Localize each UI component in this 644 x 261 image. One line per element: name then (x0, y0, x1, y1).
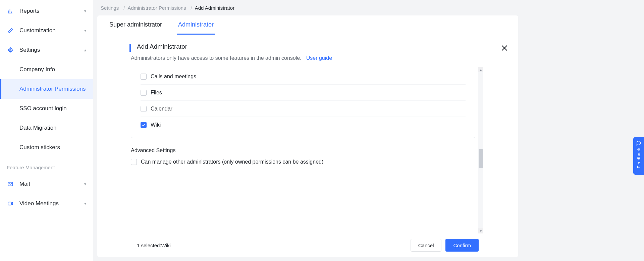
sidebar-sub-label: Company Info (19, 66, 55, 73)
feedback-tab[interactable]: Feedback (633, 137, 644, 175)
accent-bar (129, 44, 131, 52)
feedback-label: Feedback (636, 148, 641, 168)
svg-rect-6 (8, 202, 11, 205)
advanced-can-manage-row[interactable]: Can manage other administrators (only ow… (131, 159, 485, 165)
permission-label: Calendar (151, 106, 172, 112)
sidebar-sub-custom-stickers[interactable]: Custom stickers (0, 138, 93, 157)
sidebar-sub-data-migration[interactable]: Data Migration (0, 118, 93, 138)
content-card: Super administrator Administrator Add Ad… (97, 15, 518, 257)
checkbox-calendar[interactable] (141, 106, 147, 112)
sidebar-sub-label: SSO account login (19, 105, 67, 112)
checkbox-files[interactable] (141, 90, 147, 96)
sidebar-section-label: Feature Management (0, 157, 93, 174)
sidebar-sub-sso[interactable]: SSO account login (0, 99, 93, 118)
bar-chart-icon (7, 7, 14, 15)
mail-icon (7, 180, 14, 188)
panel-subtitle-text: Administrators only have access to some … (131, 55, 302, 61)
gear-icon (7, 46, 14, 54)
scroll-thumb[interactable] (479, 149, 483, 168)
sidebar-label: Settings (19, 47, 40, 53)
advanced-can-manage-label: Can manage other administrators (only ow… (141, 159, 323, 165)
permission-label: Wiki (151, 122, 161, 128)
scrollbar[interactable]: ▲ ▼ (478, 67, 483, 233)
tabs: Super administrator Administrator (97, 15, 518, 34)
tab-super-administrator[interactable]: Super administrator (107, 15, 164, 34)
permission-row[interactable]: Wiki (141, 117, 466, 133)
chevron-down-icon: ▾ (84, 182, 86, 186)
breadcrumb-separator: / (123, 5, 125, 11)
permission-row[interactable]: Calendar (141, 101, 466, 117)
chevron-down-icon: ▾ (84, 9, 86, 13)
sidebar-item-video-meetings[interactable]: Video Meetings ▾ (0, 194, 93, 213)
sidebar-sub-label: Data Migration (19, 125, 57, 131)
main-column: Settings / Administrator Permissions / A… (93, 0, 522, 261)
svg-point-4 (10, 49, 11, 51)
breadcrumb-current: Add Administrator (195, 5, 234, 11)
sidebar-label: Video Meetings (19, 200, 59, 207)
sidebar-sub-admin-permissions[interactable]: Administrator Permissions (0, 79, 93, 99)
sidebar-sub-label: Administrator Permissions (19, 86, 86, 92)
sidebar-label: Reports (19, 8, 40, 14)
panel-title: Add Administrator (131, 43, 485, 50)
sidebar-item-mail[interactable]: Mail ▾ (0, 174, 93, 194)
selected-summary: 1 selected:Wiki (137, 243, 171, 248)
tab-administrator[interactable]: Administrator (176, 15, 216, 34)
sidebar-sub-label: Custom stickers (19, 144, 60, 151)
checkbox-calls-meetings[interactable] (141, 74, 147, 80)
sidebar-item-customization[interactable]: Customization ▾ (0, 21, 93, 40)
breadcrumb-item[interactable]: Administrator Permissions (127, 5, 186, 11)
chevron-down-icon: ▾ (84, 201, 86, 206)
permission-label: Calls and meetings (151, 74, 196, 80)
checkbox-can-manage[interactable] (131, 159, 137, 165)
permission-label: Files (151, 90, 162, 96)
sidebar-item-reports[interactable]: Reports ▾ (0, 1, 93, 21)
sidebar: Reports ▾ Customization ▾ Settings ▴ Com… (0, 0, 93, 261)
breadcrumb-separator: / (191, 5, 192, 11)
sidebar-item-settings[interactable]: Settings ▴ (0, 40, 93, 60)
tab-label: Super administrator (109, 21, 162, 28)
breadcrumb: Settings / Administrator Permissions / A… (93, 0, 522, 15)
tab-label: Administrator (178, 21, 214, 28)
checkbox-wiki[interactable] (141, 122, 147, 128)
chevron-down-icon: ▾ (84, 28, 86, 33)
panel-content: Add Administrator Administrators only ha… (97, 34, 518, 257)
advanced-settings-heading: Advanced Settings (131, 147, 485, 154)
permission-row[interactable]: Files (141, 85, 466, 101)
video-icon (7, 200, 14, 207)
permissions-group: Calls and meetings Files C (131, 69, 475, 138)
cancel-button[interactable]: Cancel (411, 239, 442, 252)
sidebar-label: Customization (19, 27, 56, 34)
sidebar-sub-company-info[interactable]: Company Info (0, 60, 93, 79)
scroll-up-icon[interactable]: ▲ (478, 67, 483, 72)
breadcrumb-item[interactable]: Settings (101, 5, 119, 11)
feedback-icon (636, 140, 641, 146)
panel-footer: 1 selected:Wiki Cancel Confirm (97, 233, 518, 257)
chevron-up-icon: ▴ (84, 48, 86, 52)
pencil-icon (7, 27, 14, 34)
user-guide-link[interactable]: User guide (306, 55, 332, 61)
panel-header: Add Administrator Administrators only ha… (97, 34, 518, 67)
permission-row[interactable]: Calls and meetings (141, 69, 466, 85)
panel-subtitle-row: Administrators only have access to some … (131, 55, 485, 61)
sidebar-label: Mail (19, 181, 30, 187)
confirm-button[interactable]: Confirm (445, 239, 479, 252)
app-layout: Reports ▾ Customization ▾ Settings ▴ Com… (0, 0, 522, 261)
scroll-down-icon[interactable]: ▼ (478, 228, 483, 233)
form-scroll-area: ▲ ▼ Calls and meetings (97, 67, 518, 233)
